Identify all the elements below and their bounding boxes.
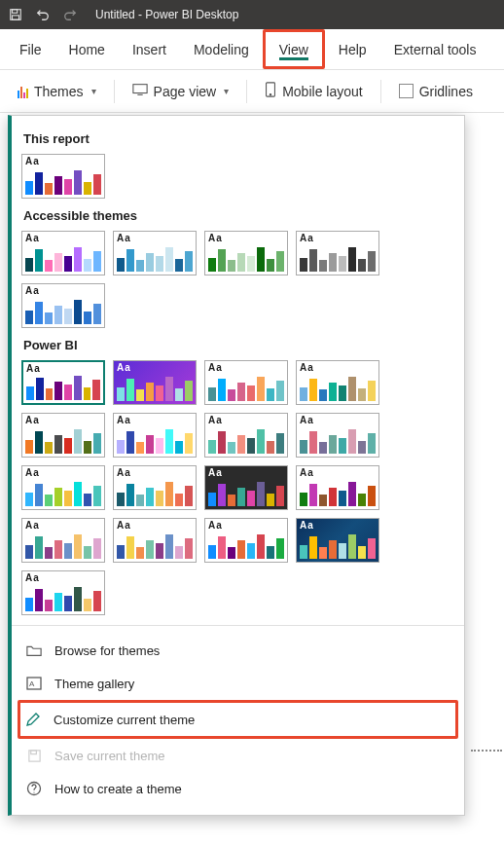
how-to-theme-item[interactable]: How to create a theme (21, 772, 454, 805)
swatch-bars (117, 533, 193, 559)
theme-swatch[interactable]: Aa (296, 231, 379, 275)
menu-bar: FileHomeInsertModelingViewHelpExternal t… (0, 29, 504, 70)
separator (246, 80, 247, 103)
theme-swatch[interactable]: Aa (21, 231, 105, 275)
gallery-icon: A (25, 675, 43, 692)
theme-swatch[interactable]: Aa (204, 518, 288, 563)
menu-file[interactable]: File (6, 29, 55, 69)
swatch-bars (25, 586, 101, 611)
swatch-aa: Aa (117, 416, 193, 425)
how-to-theme-label: How to create a theme (54, 782, 182, 796)
swatch-aa: Aa (25, 286, 101, 296)
swatch-bars (25, 169, 101, 195)
theme-swatch[interactable]: Aa (204, 231, 288, 275)
theme-gallery-label: Theme gallery (54, 677, 134, 691)
swatch-bars (300, 428, 376, 454)
theme-swatch[interactable]: Aa (204, 465, 288, 510)
svg-rect-10 (30, 750, 36, 753)
help-icon (25, 780, 43, 797)
theme-swatch[interactable]: Aa (113, 360, 197, 405)
swatch-aa: Aa (25, 416, 101, 425)
theme-swatch[interactable]: Aa (113, 231, 197, 275)
swatch-bars (300, 376, 376, 401)
dotted-edge (471, 750, 502, 752)
swatch-aa: Aa (26, 364, 100, 374)
swatch-aa: Aa (300, 521, 376, 531)
mobile-icon (265, 82, 276, 100)
theme-swatch[interactable]: Aa (21, 283, 105, 328)
view-toolbar: Themes ▾ Page view ▾ Mobile layout Gridl… (0, 70, 504, 113)
theme-swatch[interactable]: Aa (296, 413, 379, 458)
save-icon[interactable] (8, 7, 23, 22)
menu-help[interactable]: Help (325, 29, 380, 69)
swatch-aa: Aa (25, 468, 101, 478)
swatch-bars (208, 533, 284, 559)
swatch-aa: Aa (300, 234, 376, 243)
swatch-bars (300, 533, 376, 559)
swatch-aa: Aa (208, 468, 284, 478)
theme-swatch[interactable]: Aa (296, 465, 379, 510)
theme-swatch[interactable]: Aa (21, 413, 105, 458)
swatch-bars (25, 299, 101, 324)
customize-icon (24, 711, 42, 728)
theme-swatch[interactable]: Aa (113, 465, 197, 510)
menu-home[interactable]: Home (55, 29, 119, 69)
swatch-bars (300, 246, 376, 272)
customize-theme-item[interactable]: Customize current theme (18, 700, 458, 739)
swatch-aa: Aa (25, 573, 101, 583)
swatch-aa: Aa (117, 521, 193, 531)
section-powerbi: Power BI (23, 338, 454, 352)
separator (380, 80, 381, 103)
menu-modeling[interactable]: Modeling (180, 29, 263, 69)
swatch-aa: Aa (300, 416, 376, 425)
theme-swatch[interactable]: Aa (296, 518, 379, 563)
theme-swatch[interactable]: Aa (113, 413, 197, 458)
swatch-bars (208, 376, 284, 401)
theme-swatch[interactable]: Aa (21, 154, 105, 199)
browse-themes-item[interactable]: Browse for themes (21, 634, 454, 667)
swatch-bars (25, 481, 101, 506)
swatch-aa: Aa (208, 234, 284, 243)
swatch-bars (208, 246, 284, 272)
swatch-bars (26, 375, 100, 400)
themes-panel: This report Aa Accessible themes AaAaAaA… (8, 115, 465, 816)
svg-point-12 (33, 791, 34, 792)
page-view-dropdown[interactable]: Page view ▾ (125, 79, 237, 103)
themes-dropdown[interactable]: Themes ▾ (10, 80, 104, 103)
browse-themes-label: Browse for themes (54, 643, 160, 658)
section-this-report: This report (23, 131, 454, 146)
theme-swatch[interactable]: Aa (296, 360, 379, 405)
swatch-aa: Aa (117, 468, 193, 478)
swatch-bars (208, 428, 284, 454)
window-title: Untitled - Power BI Desktop (95, 8, 238, 21)
theme-swatch[interactable]: Aa (204, 360, 288, 405)
page-view-label: Page view (154, 84, 217, 99)
swatch-bars (117, 246, 193, 272)
mobile-layout-button[interactable]: Mobile layout (257, 78, 371, 104)
swatch-bars (117, 376, 193, 401)
menu-insert[interactable]: Insert (119, 29, 180, 69)
gridlines-toggle[interactable]: Gridlines (391, 80, 481, 103)
theme-swatch[interactable]: Aa (21, 465, 105, 510)
svg-rect-3 (132, 85, 146, 93)
themes-icon (18, 85, 28, 98)
swatch-aa: Aa (25, 234, 101, 243)
undo-icon[interactable] (35, 7, 51, 22)
theme-swatch[interactable]: Aa (21, 518, 105, 563)
theme-swatch[interactable]: Aa (204, 413, 288, 458)
save-icon (25, 747, 43, 764)
menu-external-tools[interactable]: External tools (380, 29, 490, 69)
chevron-down-icon: ▾ (91, 86, 96, 96)
theme-gallery-item[interactable]: A Theme gallery (21, 667, 454, 700)
theme-swatch[interactable]: Aa (21, 570, 105, 615)
swatch-bars (25, 533, 101, 559)
theme-swatch[interactable]: Aa (21, 360, 105, 405)
redo-icon[interactable] (62, 7, 78, 22)
svg-rect-2 (13, 16, 19, 19)
divider (12, 625, 464, 626)
customize-theme-label: Customize current theme (54, 713, 195, 727)
theme-swatch[interactable]: Aa (113, 518, 197, 563)
separator (114, 80, 115, 103)
themes-label: Themes (34, 84, 84, 99)
menu-view[interactable]: View (263, 29, 325, 69)
